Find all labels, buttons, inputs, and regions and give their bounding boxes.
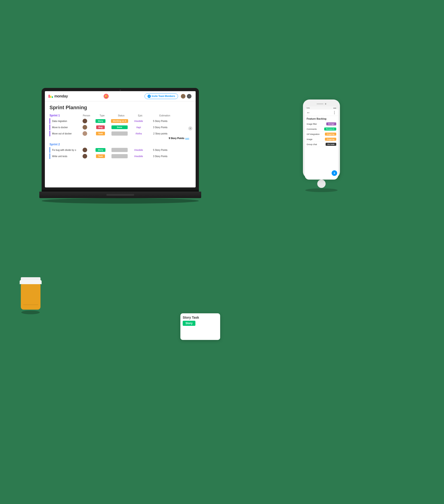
- row-type: Story: [92, 148, 109, 152]
- table-row: Move to docker Bug Done: [50, 125, 191, 130]
- app-body: Sprint Planning Sprint 1 Person Type Sta…: [45, 101, 196, 165]
- app-content: monday 🔔 + Invite Team Members JD: [45, 91, 196, 187]
- row-person: [78, 148, 92, 152]
- invite-team-button[interactable]: + Invite Team Members: [145, 93, 178, 99]
- notification-bell[interactable]: 🔔: [103, 94, 109, 99]
- logo-bar-red: [49, 95, 50, 98]
- phone-list: Image filter Design Comments Research Gi…: [305, 122, 338, 147]
- table-row: Write unit tests Task: [50, 153, 191, 159]
- epic-tag: #mobile: [134, 149, 143, 151]
- status-badge-empty: [111, 154, 128, 158]
- phone-home-button[interactable]: [317, 180, 325, 188]
- type-badge: Task: [96, 154, 105, 158]
- phone-shadow: [305, 188, 338, 192]
- row-status: [109, 148, 130, 152]
- item-label: Image filter: [307, 123, 317, 125]
- row-type: Bug: [92, 126, 109, 129]
- type-badge: Story: [96, 148, 105, 152]
- avatar-user2: AB: [186, 93, 192, 99]
- item-badge: Design: [326, 122, 336, 126]
- row-epic: #infra: [130, 132, 147, 135]
- person-avatar: [83, 125, 87, 130]
- phone-app-header: ← ⋮: [305, 109, 338, 116]
- list-item: Image filter Design: [305, 122, 338, 126]
- avatar-group: JD AB: [180, 93, 192, 99]
- item-label: Group chat: [307, 143, 317, 145]
- phone-back-icon[interactable]: ←: [307, 111, 310, 115]
- col-type: Type: [93, 114, 111, 117]
- type-badge: Task: [96, 132, 105, 135]
- person-avatar: [83, 131, 87, 136]
- person-avatar: [83, 119, 87, 123]
- row-epic: #api: [130, 126, 147, 129]
- phone-status-bar: 9:41 ●●●: [305, 107, 338, 109]
- person-avatar: [83, 154, 87, 159]
- phone-camera-front: [325, 103, 326, 105]
- phone: 9:41 ●●● ← ⋮ Feature Backlog Image filte…: [301, 100, 342, 193]
- phone-fab-button[interactable]: +: [332, 170, 337, 176]
- phone-speaker: [317, 103, 324, 104]
- header-right: + Invite Team Members JD AB: [145, 93, 192, 99]
- item-label: Image: [307, 138, 312, 141]
- story-task-card: Story Task Story: [180, 313, 220, 340]
- table-row: Data migration Story Working on it: [50, 118, 191, 124]
- type-badge: Bug: [96, 126, 105, 129]
- laptop-hinge: [42, 190, 199, 192]
- row-person: [78, 131, 92, 136]
- epic-tag: #infra: [136, 132, 142, 135]
- row-status: Done: [109, 126, 130, 129]
- epic-tag: #mobile: [134, 155, 143, 158]
- sprint1-title: Sprint 1: [50, 114, 80, 117]
- status-badge-empty: [111, 148, 128, 152]
- item-label: Gif integration: [307, 133, 320, 135]
- row-person: [78, 154, 92, 159]
- phone-time: 9:41: [307, 107, 310, 109]
- item-badge: Research: [324, 127, 336, 130]
- sprint1-section: Sprint 1 Person Type Status Epic Estimat…: [50, 114, 191, 140]
- task-name: Move to docker: [50, 125, 78, 130]
- coffee-cup: [17, 277, 44, 314]
- row-person: [78, 119, 92, 123]
- row-estimation: 3 Story Points: [147, 126, 169, 129]
- app-header: monday 🔔 + Invite Team Members JD: [45, 91, 196, 101]
- table-row: Fix bug with divide by o Story: [50, 147, 191, 153]
- item-label: Comments: [307, 128, 317, 130]
- phone-outer: 9:41 ●●● ← ⋮ Feature Backlog Image filte…: [303, 100, 340, 178]
- col-status: Status: [111, 114, 132, 117]
- story-task-badge: Story: [183, 321, 195, 326]
- item-badge: Ongoing: [325, 138, 336, 141]
- phone-menu-icon[interactable]: ⋮: [333, 110, 336, 115]
- sprint2-section: Sprint 2 Fix bug with divide by o Story: [50, 143, 191, 159]
- scene: monday 🔔 + Invite Team Members JD: [0, 0, 444, 504]
- row-estimation: 2 Story points: [147, 132, 169, 135]
- logo: monday: [49, 94, 68, 98]
- add-column-button[interactable]: +: [188, 126, 192, 130]
- row-status: [109, 154, 130, 158]
- camera: [120, 90, 121, 91]
- epic-tag: #mobile: [134, 120, 143, 122]
- row-status: Working on it: [109, 119, 130, 123]
- list-item: Group chat On hold: [305, 142, 338, 147]
- logo-bar-green: [52, 96, 53, 98]
- sprint1-total: 9 Story Points: [169, 137, 184, 140]
- logo-mark: [49, 95, 53, 98]
- list-item: Comments Research: [305, 126, 338, 132]
- status-badge: Done: [111, 126, 128, 129]
- row-estimation: 5 Story Points: [147, 149, 169, 151]
- sprint1-sum[interactable]: sum: [185, 137, 189, 140]
- row-type: Story: [92, 119, 109, 123]
- phone-app-title: Feature Backlog: [305, 116, 338, 122]
- table-row: Move out of docker Task: [50, 131, 191, 136]
- epic-tag: #api: [136, 126, 141, 129]
- list-item: Image Ongoing: [305, 137, 338, 142]
- sprint2-title: Sprint 2: [50, 143, 191, 146]
- phone-signal: ●●●: [333, 107, 336, 109]
- invite-plus-icon: +: [148, 95, 151, 98]
- row-type: Task: [92, 132, 109, 135]
- col-person: Person: [80, 114, 93, 117]
- item-badge: On hold: [325, 143, 336, 146]
- task-name: Move out of docker: [50, 131, 78, 136]
- status-badge: Working on it: [111, 119, 128, 123]
- item-badge: Ongoing: [325, 133, 336, 136]
- row-status: [109, 131, 130, 136]
